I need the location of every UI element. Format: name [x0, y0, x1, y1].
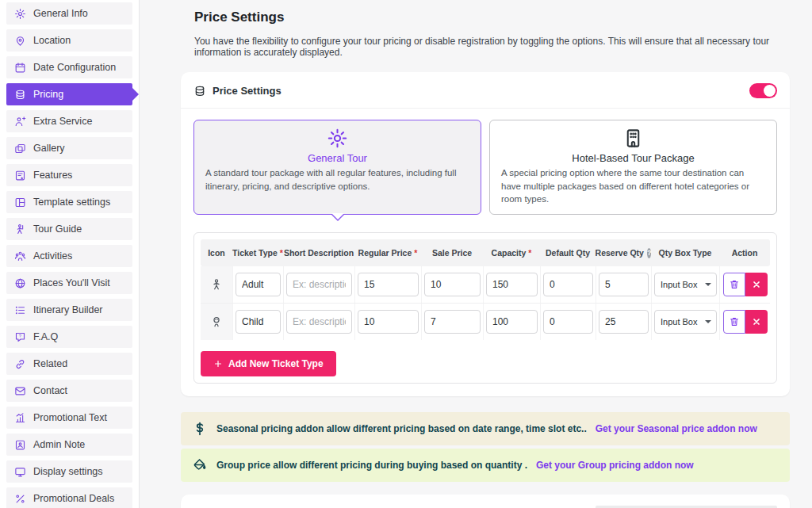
template-icon	[14, 197, 26, 208]
column-label: Reserve Qty	[596, 248, 644, 258]
sidebar-item-related[interactable]: Related	[6, 353, 132, 375]
notices: Seasonal pricing addon allow different p…	[181, 412, 790, 482]
tour-type-description: A standard tour package with all regular…	[205, 166, 469, 193]
remove-ticket-button[interactable]	[745, 273, 768, 296]
column-label: Short Description	[284, 248, 354, 258]
column-header-short-description: Short Description	[283, 239, 354, 266]
reserve-qty-input[interactable]	[599, 310, 649, 334]
sidebar-item-label: General Info	[33, 8, 88, 19]
sidebar-item-label: Contact	[33, 385, 67, 396]
sale-price-input[interactable]	[424, 273, 481, 296]
sidebar-item-date-configuration[interactable]: Date Configuration	[6, 56, 132, 78]
ticket-type-input[interactable]	[236, 310, 281, 334]
bucket-icon	[192, 457, 208, 473]
sale-price-input[interactable]	[424, 310, 481, 334]
tour-type-hotel-based[interactable]: Hotel-Based Tour Package A special prici…	[489, 120, 777, 215]
sidebar-item-features[interactable]: Features	[6, 164, 132, 186]
gear-icon	[327, 128, 348, 149]
sidebar-item-extra-service[interactable]: Extra Service	[6, 110, 132, 132]
column-header-icon: Icon	[201, 239, 232, 266]
toggle-knob	[764, 85, 776, 97]
remove-ticket-button[interactable]	[745, 310, 768, 334]
sidebar-item-contact[interactable]: Contact	[6, 380, 132, 402]
sidebar-item-label: Places You'll Visit	[33, 277, 110, 288]
sidebar-item-pricing[interactable]: Pricing	[6, 83, 132, 105]
sidebar-item-label: Date Configuration	[33, 62, 116, 73]
column-header-capacity: Capacity*	[483, 239, 540, 266]
column-header-qty-box-type: Qty Box Type	[651, 239, 719, 266]
capacity-input[interactable]	[486, 310, 538, 334]
column-label: Sale Price	[432, 248, 472, 258]
column-label: Capacity	[492, 248, 527, 258]
sidebar-item-general-info[interactable]: General Info	[6, 2, 132, 25]
qty-box-type-select-wrap: Input Box	[654, 273, 717, 296]
adult-icon	[210, 278, 223, 291]
close-icon	[752, 280, 761, 289]
svg-text:?: ?	[19, 334, 21, 338]
capacity-input[interactable]	[486, 273, 538, 296]
tour-type-title: General Tour	[205, 152, 469, 164]
add-new-ticket-type-button[interactable]: Add New Ticket Type	[201, 351, 336, 376]
plus-icon	[213, 359, 223, 369]
short-description-input[interactable]	[286, 310, 352, 334]
sidebar-item-promotional-deals[interactable]: Promotional Deals	[6, 487, 132, 508]
column-label: Regular Price	[358, 248, 412, 258]
sidebar-item-label: Extra Service	[33, 116, 92, 127]
short-description-input[interactable]	[286, 273, 352, 296]
sidebar-item-f-a-q[interactable]: ?F.A.Q	[6, 326, 132, 348]
delete-ticket-button[interactable]	[723, 273, 745, 296]
price-settings-toggle[interactable]	[749, 83, 777, 98]
trash-icon	[729, 316, 740, 327]
sidebar-item-location[interactable]: Location	[6, 29, 132, 52]
sidebar-item-label: Pricing	[33, 89, 63, 100]
add-button-label: Add New Ticket Type	[228, 358, 324, 369]
table-body: Input BoxInput Box	[201, 266, 770, 340]
mail-icon	[14, 385, 26, 397]
reserve-qty-input[interactable]	[599, 273, 649, 296]
ticket-type-input[interactable]	[236, 273, 281, 296]
column-header-default-qty: Default Qty	[540, 239, 596, 266]
link-icon	[14, 358, 26, 370]
app: General InfoLocationDate ConfigurationPr…	[0, 0, 812, 508]
delete-ticket-button[interactable]	[723, 310, 745, 334]
sidebar-item-display-settings[interactable]: Display settings	[6, 460, 132, 483]
close-icon	[752, 317, 761, 327]
sidebar: General InfoLocationDate ConfigurationPr…	[0, 0, 140, 508]
sidebar-item-label: Template settings	[33, 197, 110, 208]
deals-icon	[14, 493, 26, 505]
default-qty-input[interactable]	[543, 310, 593, 334]
sidebar-item-gallery[interactable]: Gallery	[6, 137, 132, 159]
gallery-icon	[14, 143, 26, 155]
sidebar-item-template-settings[interactable]: Template settings	[6, 191, 132, 213]
column-label: Action	[732, 248, 758, 258]
default-qty-input[interactable]	[543, 273, 593, 296]
sidebar-item-places-you-ll-visit[interactable]: Places You'll Visit	[6, 272, 132, 294]
itinerary-icon	[14, 304, 26, 316]
sidebar-item-admin-note[interactable]: Admin Note	[6, 434, 132, 456]
ticket-row-child: Input Box	[201, 304, 770, 340]
qty-box-type-select[interactable]: Input Box	[654, 273, 717, 296]
sidebar-item-promotional-text[interactable]: Promotional Text	[6, 407, 132, 429]
promo-chart-icon	[14, 412, 26, 424]
table-header-row: IconTicket Type*Short DescriptionRegular…	[201, 239, 770, 266]
regular-price-input[interactable]	[358, 273, 419, 296]
person-plus-icon	[14, 116, 26, 128]
display-icon	[14, 466, 26, 478]
column-header-action: Action	[719, 239, 770, 266]
sidebar-item-itinerary-builder[interactable]: Itinerary Builder	[6, 299, 132, 321]
sidebar-item-tour-guide[interactable]: Tour Guide	[6, 218, 132, 240]
tour-type-general-tour[interactable]: General Tour A standard tour package wit…	[193, 120, 481, 215]
required-asterisk: *	[414, 248, 417, 258]
price-card-title: Price Settings	[213, 85, 282, 97]
tour-type-selector: General Tour A standard tour package wit…	[193, 120, 777, 215]
pricing-shortcode-card: Pricing shortcode [ttbm-registration ttb…	[181, 495, 790, 508]
page-title: Price Settings	[194, 10, 790, 25]
qty-box-type-select[interactable]: Input Box	[654, 310, 717, 334]
regular-price-input[interactable]	[358, 310, 419, 334]
column-label: Icon	[208, 248, 225, 258]
notice-link[interactable]: Get your Group pricing addon now	[536, 460, 694, 471]
sidebar-item-label: Promotional Text	[33, 412, 107, 423]
faq-icon: ?	[14, 331, 26, 343]
sidebar-item-activities[interactable]: Activities	[6, 245, 132, 267]
notice-link[interactable]: Get your Seasonal price addon now	[596, 423, 757, 434]
